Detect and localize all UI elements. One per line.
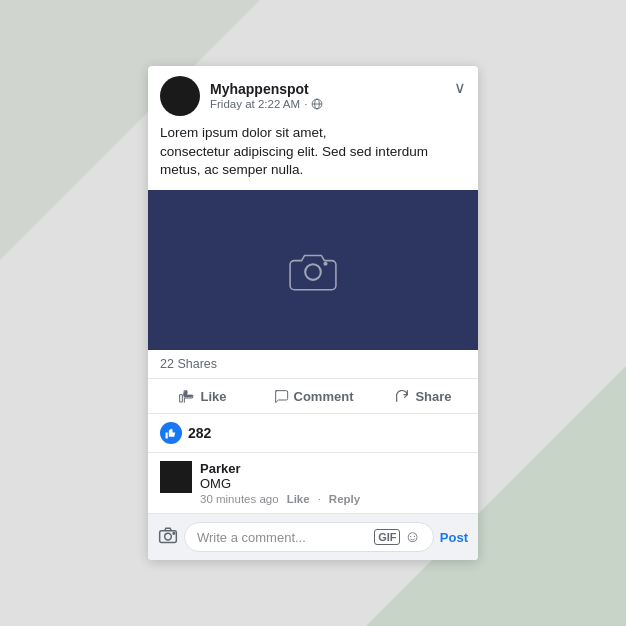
chevron-down-icon[interactable]: ∨ [454, 78, 466, 97]
avatar [160, 76, 200, 116]
comment-placeholder: Write a comment... [197, 530, 370, 545]
comment-avatar [160, 461, 192, 493]
svg-point-3 [305, 265, 321, 281]
comment-icon [273, 388, 289, 404]
action-buttons: Like Comment Share [148, 379, 478, 414]
post-header: Myhappenspot Friday at 2:22 AM · ∨ [148, 66, 478, 124]
globe-icon [311, 98, 323, 110]
shares-label: Shares [177, 357, 217, 371]
shares-row: 22 Shares [148, 350, 478, 379]
thumbs-up-icon [179, 388, 195, 404]
comment-camera-icon[interactable] [158, 525, 178, 550]
comment-row: Parker OMG 30 minutes ago Like · Reply [148, 453, 478, 514]
comment-text: OMG [200, 476, 466, 491]
comment-body: Parker OMG 30 minutes ago Like · Reply [200, 461, 466, 505]
post-text-line1: Lorem ipsum dolor sit amet, [160, 125, 327, 140]
camera-icon [288, 249, 338, 291]
comment-username: Parker [200, 461, 466, 476]
post-time: Friday at 2:22 AM [210, 98, 300, 110]
comment-input-row: Write a comment... GIF ☺ Post [148, 514, 478, 560]
likes-count: 282 [188, 425, 211, 441]
post-image [148, 190, 478, 350]
post-text: Lorem ipsum dolor sit amet, consectetur … [148, 124, 478, 191]
share-button[interactable]: Share [368, 381, 478, 411]
comment-reply-link[interactable]: Reply [329, 493, 360, 505]
comment-actions: 30 minutes ago Like · Reply [200, 493, 466, 505]
comment-dot: · [318, 493, 321, 505]
like-badge [160, 422, 182, 444]
post-card: Myhappenspot Friday at 2:22 AM · ∨ Lorem… [148, 66, 478, 561]
share-icon [394, 388, 410, 404]
comment-time: 30 minutes ago [200, 493, 279, 505]
share-label: Share [415, 389, 451, 404]
comment-like-link[interactable]: Like [287, 493, 310, 505]
post-text-line3: metus, ac semper nulla. [160, 162, 303, 177]
comment-input-field[interactable]: Write a comment... GIF ☺ [184, 522, 434, 552]
gif-button[interactable]: GIF [374, 529, 400, 545]
svg-point-6 [165, 533, 172, 540]
like-label: Like [200, 389, 226, 404]
comment-label: Comment [294, 389, 354, 404]
like-badge-icon [165, 427, 178, 440]
username: Myhappenspot [210, 81, 466, 98]
post-meta: Friday at 2:22 AM · [210, 98, 466, 110]
svg-point-4 [323, 262, 327, 266]
shares-count: 22 [160, 357, 174, 371]
svg-point-7 [173, 532, 175, 534]
header-info: Myhappenspot Friday at 2:22 AM · [210, 81, 466, 110]
meta-separator: · [304, 98, 307, 110]
post-text-line2: consectetur adipiscing elit. Sed sed int… [160, 144, 428, 159]
emoji-button[interactable]: ☺ [404, 528, 420, 546]
like-button[interactable]: Like [148, 381, 258, 411]
likes-row: 282 [148, 414, 478, 453]
comment-button[interactable]: Comment [258, 381, 368, 411]
post-comment-button[interactable]: Post [440, 530, 468, 545]
